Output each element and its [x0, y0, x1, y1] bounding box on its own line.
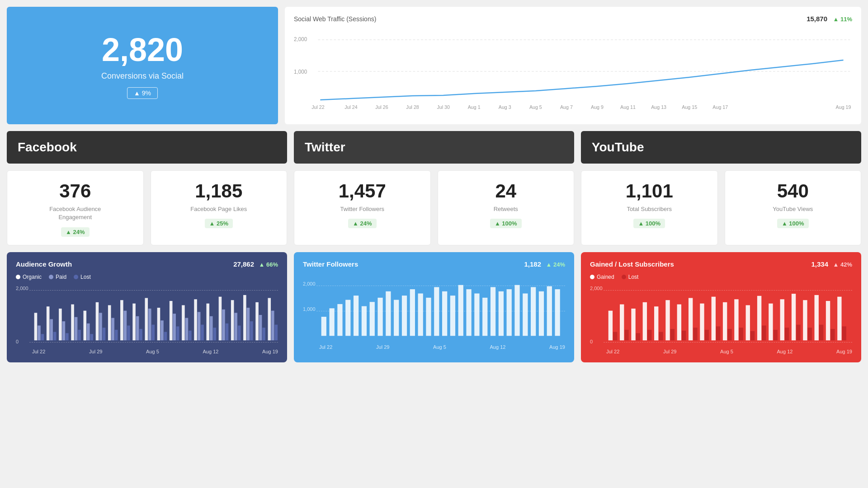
svg-rect-105: [531, 287, 536, 336]
svg-rect-132: [739, 328, 743, 340]
legend-lost: Lost: [74, 274, 91, 280]
svg-rect-52: [170, 301, 173, 340]
svg-rect-146: [819, 324, 823, 340]
stat-retweets: 24 Retweets ▲ 100%: [438, 170, 575, 245]
svg-rect-135: [757, 296, 761, 340]
svg-rect-138: [774, 329, 778, 340]
youtube-bar-chart: 2,000 0: [590, 286, 852, 354]
svg-rect-28: [71, 304, 74, 340]
svg-rect-62: [210, 316, 213, 340]
svg-rect-145: [815, 295, 819, 340]
svg-rect-78: [274, 324, 278, 340]
audience-growth-pct: ▲ 66%: [259, 261, 278, 268]
svg-rect-32: [87, 323, 90, 340]
retweets-number: 24: [445, 181, 567, 202]
svg-rect-49: [157, 308, 160, 340]
svg-rect-23: [50, 319, 53, 340]
svg-rect-64: [219, 296, 222, 340]
svg-rect-115: [643, 302, 647, 340]
svg-rect-90: [410, 289, 415, 336]
svg-rect-39: [115, 329, 118, 340]
svg-rect-74: [259, 315, 262, 340]
audience-growth-card: Audience Growth 27,862 ▲ 66% Organic Pai…: [7, 252, 287, 362]
conversions-badge: ▲ 9%: [127, 87, 158, 99]
svg-rect-36: [103, 328, 106, 340]
svg-text:Jul 28: Jul 28: [406, 104, 419, 110]
svg-rect-47: [148, 308, 151, 340]
svg-rect-35: [99, 313, 102, 340]
svg-rect-50: [160, 320, 164, 340]
svg-rect-43: [132, 303, 136, 340]
svg-rect-147: [826, 301, 830, 340]
twitter-dashed-top: [316, 286, 565, 286]
svg-rect-125: [700, 303, 704, 340]
svg-rect-30: [78, 329, 81, 340]
svg-rect-88: [394, 300, 399, 336]
svg-rect-73: [255, 302, 259, 340]
twitter-followers-card: Twitter Followers 1,182 ▲ 24% 2,000 1,00…: [294, 252, 574, 362]
svg-rect-91: [418, 293, 423, 336]
facebook-header: Facebook: [7, 131, 287, 164]
stat-twitter-followers: 1,457 Twitter Followers ▲ 24%: [294, 170, 431, 245]
youtube-gained-value: 1,334: [811, 260, 829, 268]
audience-growth-value-group: 27,862 ▲ 66%: [233, 260, 278, 268]
svg-rect-80: [330, 308, 335, 336]
fb-likes-label: Facebook Page Likes: [158, 205, 280, 213]
svg-rect-108: [555, 289, 560, 336]
svg-rect-44: [136, 316, 139, 340]
audience-dashed-bottom: [29, 342, 278, 343]
svg-rect-131: [734, 299, 738, 340]
svg-rect-58: [194, 299, 197, 340]
fb-engagement-number: 376: [14, 181, 136, 202]
svg-rect-63: [213, 328, 216, 340]
svg-rect-65: [222, 309, 225, 340]
audience-dashed-top: [29, 290, 278, 291]
stat-facebook-engagement: 376 Facebook AudienceEngagement ▲ 24%: [7, 170, 144, 245]
svg-rect-26: [62, 321, 66, 340]
svg-rect-102: [507, 289, 512, 336]
svg-rect-93: [434, 287, 439, 336]
youtube-header: YouTube: [581, 131, 861, 164]
svg-text:Jul 30: Jul 30: [437, 104, 449, 110]
svg-rect-97: [466, 289, 471, 336]
svg-rect-110: [613, 332, 617, 340]
svg-rect-76: [268, 298, 271, 340]
svg-rect-29: [75, 317, 78, 340]
svg-text:Jul 24: Jul 24: [344, 104, 357, 110]
traffic-card: Social Web Traffic (Sessions) 15,870 ▲ 1…: [285, 7, 861, 124]
retweets-badge: ▲ 100%: [490, 219, 522, 228]
svg-rect-25: [59, 308, 62, 340]
svg-rect-55: [182, 305, 185, 340]
svg-rect-119: [665, 300, 670, 340]
svg-rect-54: [176, 326, 179, 340]
svg-rect-112: [624, 329, 628, 340]
svg-rect-31: [83, 310, 86, 340]
audience-growth-title: Audience Growth: [16, 260, 72, 268]
tw-followers-badge: ▲ 24%: [348, 219, 377, 228]
conversions-number: 2,820: [102, 32, 183, 68]
svg-rect-122: [682, 330, 686, 340]
svg-text:Aug 3: Aug 3: [499, 104, 511, 110]
svg-text:Aug 1: Aug 1: [468, 104, 481, 110]
svg-rect-129: [723, 302, 727, 340]
youtube-gained-value-group: 1,334 ▲ 42%: [811, 260, 853, 268]
svg-rect-130: [727, 329, 731, 340]
yt-views-badge: ▲ 100%: [777, 219, 809, 228]
tw-followers-label: Twitter Followers: [302, 205, 423, 213]
svg-rect-56: [185, 318, 189, 340]
svg-rect-141: [792, 294, 796, 340]
svg-rect-89: [402, 296, 407, 336]
twitter-followers-chart-pct: ▲ 24%: [546, 261, 566, 268]
svg-rect-111: [620, 304, 624, 340]
svg-rect-45: [139, 329, 142, 340]
svg-rect-66: [226, 323, 229, 340]
svg-rect-101: [499, 291, 504, 335]
subscribers-badge: ▲ 100%: [633, 219, 665, 228]
svg-rect-95: [450, 296, 455, 336]
svg-text:Aug 9: Aug 9: [591, 104, 604, 110]
conversions-card: 2,820 Conversions via Social ▲ 9%: [7, 7, 278, 124]
svg-rect-94: [442, 291, 447, 335]
svg-text:Jul 22: Jul 22: [311, 104, 324, 110]
svg-rect-42: [127, 325, 130, 340]
youtube-x-labels: Jul 22Jul 29Aug 5Aug 12Aug 19: [606, 349, 852, 354]
